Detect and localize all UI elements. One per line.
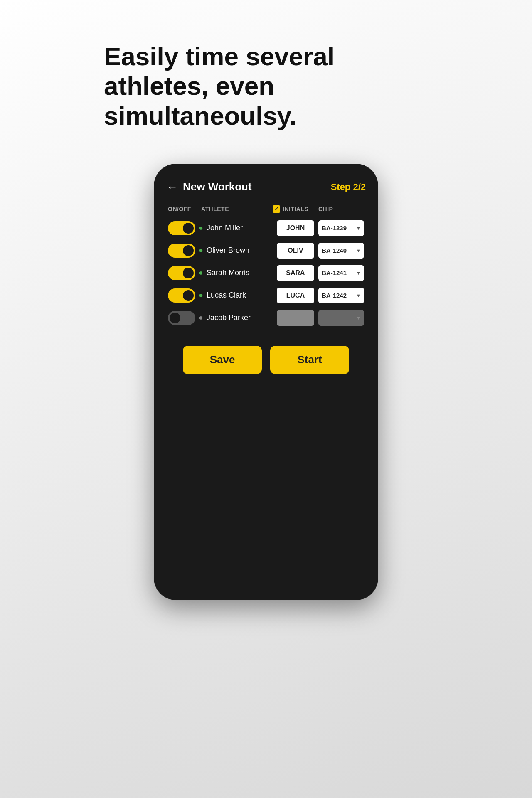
athlete-name-cell: ●Sarah Morris [195,268,277,277]
phone-header: ← New Workout Step 2/2 [166,180,366,194]
chip-select-wrap: BA-1239BA-1240BA-1241BA-1242BA-1243BA-12… [318,220,364,236]
initials-input [277,310,314,326]
toggle-oliver-brown[interactable] [168,244,195,258]
step-indicator: Step 2/2 [331,182,366,192]
initials-checkbox[interactable] [273,205,280,213]
athlete-name-cell: ●Oliver Brown [195,246,277,255]
start-button[interactable]: Start [270,346,349,374]
col-header-initials: INITIALS [283,206,308,212]
initials-input[interactable] [277,220,314,236]
chip-select[interactable]: BA-1239BA-1240BA-1241BA-1242BA-1243BA-12… [318,288,364,303]
athlete-row: ●Lucas ClarkBA-1239BA-1240BA-1241BA-1242… [166,284,366,307]
chip-select-wrap: BA-1239BA-1240BA-1241BA-1242BA-1243BA-12… [318,265,364,281]
chip-select-wrap: BA-1239BA-1240BA-1241BA-1242BA-1243BA-12… [318,288,364,303]
page-title: New Workout [183,180,252,193]
chip-select-wrap: BA-1239BA-1240BA-1241BA-1242BA-1243BA-12… [318,243,364,259]
toggle-lucas-clark[interactable] [168,288,195,303]
header-left: ← New Workout [166,180,252,194]
athlete-icon: ● [199,224,203,232]
toggle-sarah-morris[interactable] [168,266,195,280]
athlete-row: ●John MillerBA-1239BA-1240BA-1241BA-1242… [166,217,366,239]
col-header-initials-wrap: INITIALS [273,205,318,213]
athlete-name-label: Sarah Morris [207,268,249,277]
save-button[interactable]: Save [183,346,262,374]
toggle-jacob-parker[interactable] [168,311,195,325]
buttons-row: Save Start [166,346,366,374]
chip-select [318,310,364,326]
chip-select[interactable]: BA-1239BA-1240BA-1241BA-1242BA-1243BA-12… [318,220,364,236]
athlete-name-label: Jacob Parker [207,313,251,322]
chip-select[interactable]: BA-1239BA-1240BA-1241BA-1242BA-1243BA-12… [318,265,364,281]
athlete-name-label: Oliver Brown [207,246,249,255]
col-header-athlete: ATHLETE [201,206,273,212]
athlete-row: ●Sarah MorrisBA-1239BA-1240BA-1241BA-124… [166,262,366,284]
column-headers: ON/OFF ATHLETE INITIALS CHIP [166,205,366,213]
athlete-name-label: John Miller [207,224,243,232]
initials-input[interactable] [277,265,314,281]
athlete-name-cell: ●Jacob Parker [195,313,277,322]
athlete-icon: ● [199,313,203,322]
back-arrow-icon[interactable]: ← [166,180,178,194]
initials-input[interactable] [277,288,314,303]
athlete-row: ●Jacob Parker [166,307,366,329]
athlete-icon: ● [199,246,203,255]
initials-input[interactable] [277,243,314,259]
toggle-john-miller[interactable] [168,221,195,235]
athlete-icon: ● [199,268,203,277]
chip-select-wrap [318,310,364,326]
athlete-list: ●John MillerBA-1239BA-1240BA-1241BA-1242… [166,217,366,329]
athlete-row: ●Oliver BrownBA-1239BA-1240BA-1241BA-124… [166,239,366,262]
athlete-name-cell: ●Lucas Clark [195,291,277,300]
athlete-name-label: Lucas Clark [207,291,246,300]
hero-text: Easily time several athletes, even simul… [104,42,428,131]
phone-bottom-space [166,374,366,575]
athlete-icon: ● [199,291,203,300]
col-header-onoff: ON/OFF [168,206,201,212]
col-header-chip: CHIP [318,206,364,212]
phone-frame: ← New Workout Step 2/2 ON/OFF ATHLETE IN… [154,164,378,600]
chip-select[interactable]: BA-1239BA-1240BA-1241BA-1242BA-1243BA-12… [318,243,364,259]
athlete-name-cell: ●John Miller [195,224,277,232]
